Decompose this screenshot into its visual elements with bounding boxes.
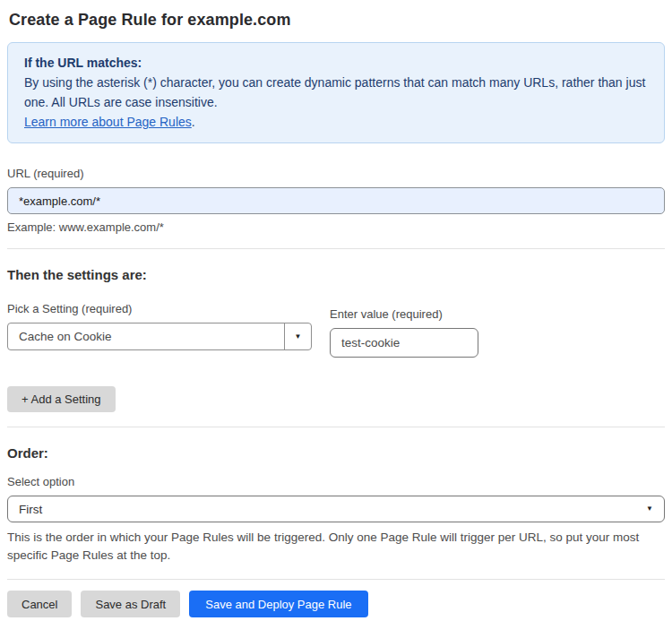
url-match-info-box: If the URL matches: By using the asteris… xyxy=(7,42,665,143)
link-period: . xyxy=(192,115,195,129)
url-helper-text: Example: www.example.com/* xyxy=(7,220,665,234)
caret-down-icon: ▼ xyxy=(646,505,653,513)
learn-more-link[interactable]: Learn more about Page Rules xyxy=(24,115,192,129)
order-helper-text: This is the order in which your Page Rul… xyxy=(7,529,665,565)
info-box-body: By using the asterisk (*) character, you… xyxy=(24,73,648,112)
form-actions: Cancel Save as Draft Save and Deploy Pag… xyxy=(7,591,665,617)
setting-picker-dropdown-button[interactable]: ▼ xyxy=(284,323,311,349)
info-box-link-line: Learn more about Page Rules. xyxy=(24,112,648,132)
caret-down-icon: ▼ xyxy=(295,333,302,341)
order-select[interactable]: First ▼ xyxy=(7,496,665,522)
setting-value-input[interactable] xyxy=(330,328,478,358)
setting-value-group: Enter value (required) xyxy=(330,307,478,358)
setting-picker-group: Pick a Setting (required) Cache on Cooki… xyxy=(7,302,312,358)
divider xyxy=(7,427,665,427)
save-draft-button[interactable]: Save as Draft xyxy=(81,591,180,617)
order-heading: Order: xyxy=(7,445,665,461)
url-input[interactable] xyxy=(7,187,665,214)
setting-picker-dropdown[interactable]: Cache on Cookie ▼ xyxy=(7,323,312,350)
info-box-heading: If the URL matches: xyxy=(24,53,648,73)
add-setting-button[interactable]: + Add a Setting xyxy=(7,386,116,412)
cancel-button[interactable]: Cancel xyxy=(7,591,72,617)
order-select-label: Select option xyxy=(7,475,665,488)
settings-heading: Then the settings are: xyxy=(7,267,665,282)
save-deploy-button[interactable]: Save and Deploy Page Rule xyxy=(189,591,367,617)
order-selected-value: First xyxy=(19,503,42,516)
setting-picker-value: Cache on Cookie xyxy=(8,323,284,349)
url-field-label: URL (required) xyxy=(7,167,665,180)
page-rule-form: Create a Page Rule for example.com If th… xyxy=(0,0,672,617)
divider xyxy=(7,248,665,249)
settings-row: Pick a Setting (required) Cache on Cooki… xyxy=(7,302,665,358)
page-title: Create a Page Rule for example.com xyxy=(9,11,665,30)
setting-picker-label: Pick a Setting (required) xyxy=(7,302,312,315)
divider xyxy=(7,579,665,580)
setting-value-label: Enter value (required) xyxy=(330,307,478,321)
